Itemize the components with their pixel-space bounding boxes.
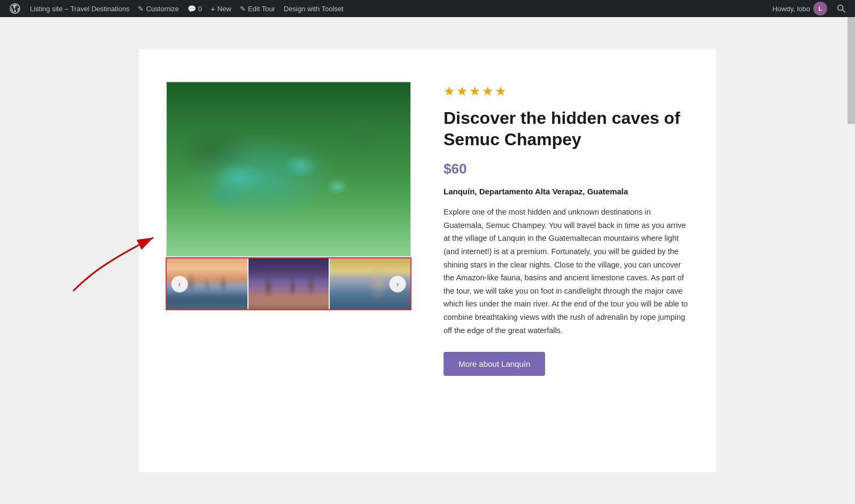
comment-icon: 💬 [188, 5, 196, 13]
tour-title: Discover the hidden caves of Semuc Champ… [444, 107, 689, 150]
scrollbar-thumb[interactable] [848, 17, 855, 124]
star-5: ★ [495, 84, 507, 99]
main-image [166, 81, 411, 257]
thumbnail-2[interactable] [247, 258, 329, 309]
gallery-column: ‹ › [166, 81, 411, 310]
customize-icon: ✎ [138, 5, 144, 13]
site-name-label: Listing site – Travel Destinations [30, 5, 129, 13]
plus-icon: + [211, 4, 215, 13]
content-card: ‹ › [139, 49, 716, 472]
star-3: ★ [469, 84, 481, 99]
new-btn[interactable]: + New [206, 0, 236, 17]
comments-btn[interactable]: 💬 0 [183, 0, 206, 17]
design-toolset-btn[interactable]: Design with Toolset [279, 0, 348, 17]
rating-stars: ★ ★ ★ ★ ★ [444, 84, 689, 99]
scrollbar-track [848, 17, 855, 504]
avatar: L [813, 2, 827, 15]
tour-description: Explore one of the most hidden and unkno… [444, 206, 689, 337]
star-4: ★ [482, 84, 494, 99]
search-icon-btn[interactable] [831, 0, 851, 17]
svg-line-2 [843, 10, 845, 13]
info-column: ★ ★ ★ ★ ★ Discover the hidden caves of S… [444, 81, 689, 376]
page-wrapper: ‹ › [0, 17, 855, 504]
star-1: ★ [444, 84, 455, 99]
wp-logo[interactable] [4, 0, 26, 17]
howdy-user[interactable]: Howdy, lobo L [768, 2, 831, 15]
site-name[interactable]: Listing site – Travel Destinations [26, 0, 134, 17]
more-about-btn[interactable]: More about Lanquín [444, 352, 545, 376]
tour-location: Lanquín, Departamento Alta Verapaz, Guat… [444, 187, 689, 196]
tour-price: $60 [444, 161, 689, 177]
star-2: ★ [456, 84, 468, 99]
customize-btn[interactable]: ✎ Customize [134, 0, 183, 17]
edit-icon: ✎ [240, 5, 246, 13]
admin-bar: Listing site – Travel Destinations ✎ Cus… [0, 0, 855, 17]
edit-tour-btn[interactable]: ✎ Edit Tour [236, 0, 279, 17]
thumbnail-strip: ‹ › [166, 257, 411, 310]
arrow-annotation [68, 222, 164, 298]
next-thumbnail-btn[interactable]: › [389, 275, 406, 293]
prev-thumbnail-btn[interactable]: ‹ [171, 275, 188, 293]
